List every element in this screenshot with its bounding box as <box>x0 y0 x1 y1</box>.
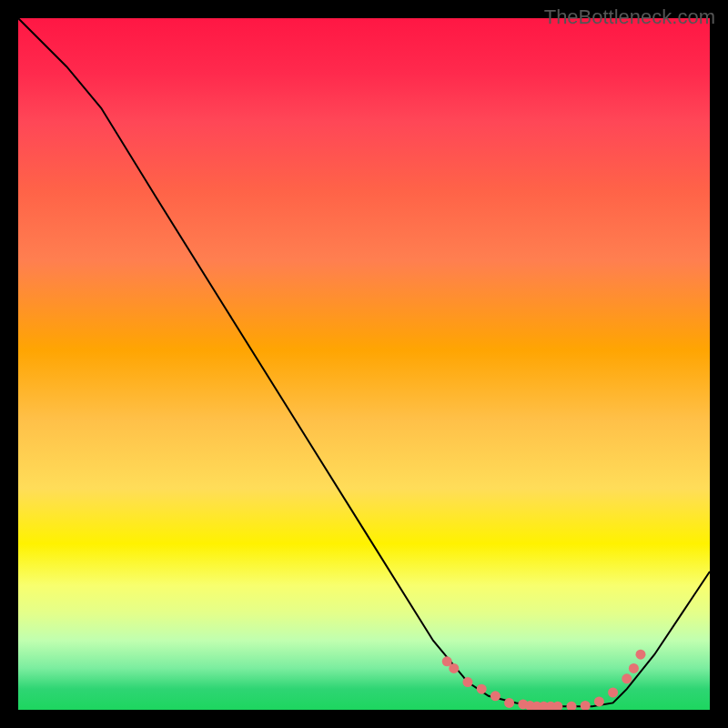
data-marker <box>463 677 473 687</box>
data-marker <box>552 702 562 710</box>
data-marker <box>636 650 646 660</box>
data-marker <box>629 663 639 673</box>
data-marker <box>622 673 632 683</box>
data-marker <box>608 688 618 698</box>
data-marker <box>567 702 577 710</box>
data-marker <box>504 698 514 708</box>
watermark-text: TheBottleneck.com <box>544 5 715 29</box>
data-marker <box>581 701 591 710</box>
data-marker <box>449 663 459 673</box>
data-marker <box>490 691 500 701</box>
bottleneck-curve <box>18 18 710 706</box>
data-marker <box>477 684 487 694</box>
chart-overlay <box>18 18 710 710</box>
plot-area <box>18 18 710 710</box>
data-marker <box>594 696 604 706</box>
